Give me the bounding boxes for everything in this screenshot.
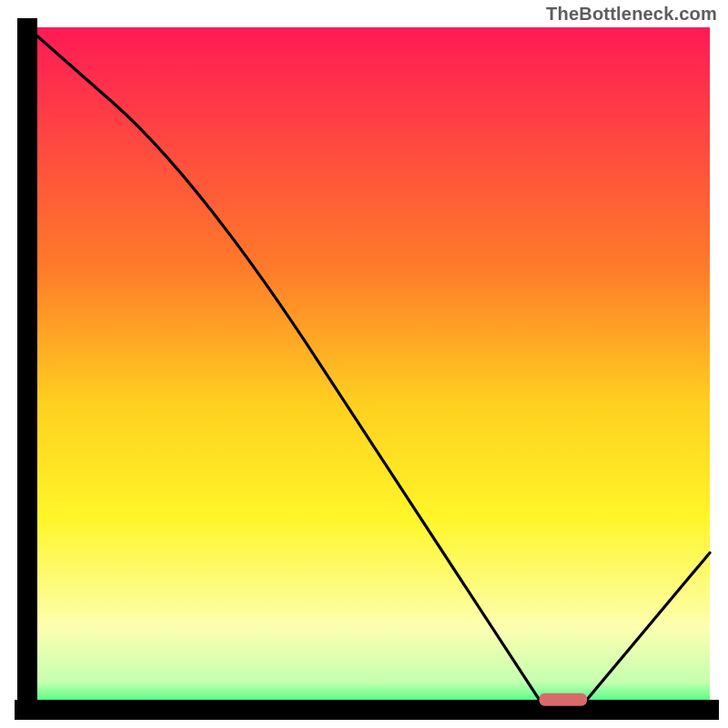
chart-container: { "watermark": "TheBottleneck.com", "cha… bbox=[0, 0, 728, 728]
plot-background bbox=[27, 27, 710, 710]
bottleneck-chart bbox=[0, 0, 728, 728]
optimal-marker bbox=[540, 693, 588, 706]
